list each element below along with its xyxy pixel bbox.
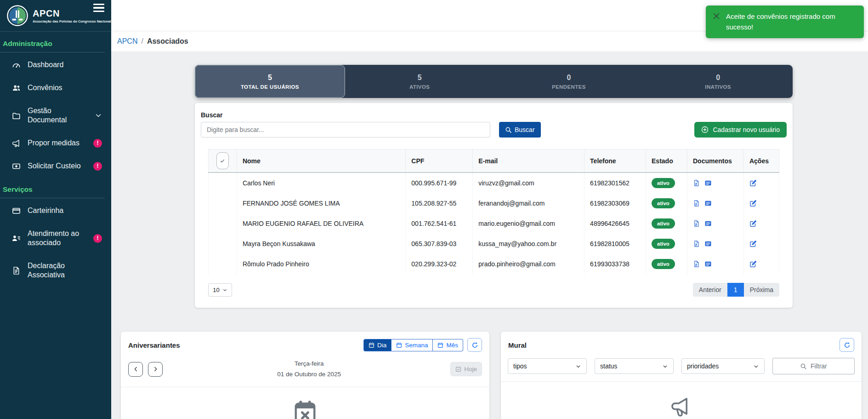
table-header-row: Nome CPF E-mail Telefone Estado Document… <box>209 149 779 173</box>
folder-icon <box>12 111 21 120</box>
column-header-documentos[interactable]: Documentos <box>687 149 743 173</box>
edit-icon[interactable] <box>749 240 757 247</box>
speedometer-icon <box>12 61 21 69</box>
birthdays-panel: Aniversariantes Dia Semana <box>121 332 489 419</box>
document-card-icon[interactable] <box>704 179 712 187</box>
people-icon <box>12 84 21 92</box>
column-header-cpf[interactable]: CPF <box>406 149 473 173</box>
sidebar-item-label: Dashboard <box>28 60 63 69</box>
status-badge: ativo <box>652 198 675 208</box>
hamburger-menu-icon[interactable] <box>93 4 104 12</box>
pager: Anterior 1 Próxima <box>693 283 779 297</box>
cell-cpf: 000.995.671-99 <box>406 172 473 193</box>
add-user-button[interactable]: Cadastrar novo usuário <box>694 122 787 138</box>
search-icon <box>505 126 512 133</box>
page-size-select[interactable]: 10 <box>208 283 232 297</box>
select-all-checkbox[interactable] <box>216 152 229 169</box>
previous-day-button[interactable] <box>128 362 143 377</box>
section-label-administracao: Administração <box>0 32 111 52</box>
sidebar-item-propor-medidas[interactable]: Propor medidas ! <box>0 132 111 155</box>
column-header-estado[interactable]: Estado <box>646 149 687 173</box>
sidebar-item-carteirinha[interactable]: Carteirinha <box>0 199 111 222</box>
document-file-icon[interactable] <box>693 179 700 187</box>
cell-email: feranandoj@gmail.com <box>473 193 584 213</box>
search-button-label: Buscar <box>515 126 535 133</box>
users-card: Buscar Buscar Cadastrar novo usuário <box>195 103 793 308</box>
calendar-check-icon <box>455 366 461 372</box>
close-icon[interactable] <box>713 12 720 20</box>
document-file-icon[interactable] <box>693 240 700 247</box>
pagination-current-page[interactable]: 1 <box>727 283 744 297</box>
breadcrumb-root-link[interactable]: APCN <box>117 37 137 46</box>
content-area: 5 TOTAL DE USUÁRIOS 5 ATIVOS 0 PENDENTES… <box>111 52 868 419</box>
cell-email: mario.eugenio@gmail.com <box>473 213 584 234</box>
current-date-display: Terça-feira 01 de Outubro de 2025 <box>168 359 450 380</box>
person-lines-icon <box>12 234 21 243</box>
document-card-icon[interactable] <box>704 200 712 207</box>
document-file-icon[interactable] <box>693 200 700 207</box>
cell-telefone: 61982301562 <box>584 172 646 193</box>
edit-icon[interactable] <box>749 220 757 227</box>
section-label-servicos: Serviços <box>0 178 111 198</box>
mural-empty-state: Nenhum item encontrado no mural Verifiqu… <box>501 382 862 419</box>
stat-ativos[interactable]: 5 ATIVOS <box>345 65 494 98</box>
users-table: Nome CPF E-mail Telefone Estado Document… <box>208 149 779 274</box>
chevron-down-icon <box>753 363 759 369</box>
edit-icon[interactable] <box>749 179 757 187</box>
document-card-icon[interactable] <box>704 240 712 247</box>
sidebar-item-dashboard[interactable]: Dashboard <box>0 53 111 76</box>
document-file-icon[interactable] <box>693 260 700 268</box>
add-user-button-label: Cadastrar novo usuário <box>713 126 780 133</box>
view-week-button[interactable]: Semana <box>391 339 433 351</box>
search-button[interactable]: Buscar <box>499 122 541 138</box>
view-month-button[interactable]: Mês <box>433 339 463 351</box>
column-header-acoes[interactable]: Ações <box>743 149 779 173</box>
card-icon <box>12 207 21 215</box>
types-select[interactable]: tipos <box>508 358 587 374</box>
table-row: Mayra Beçon Kussakawa 065.307.839-03 kus… <box>209 234 779 254</box>
document-card-icon[interactable] <box>704 220 712 227</box>
view-day-button[interactable]: Dia <box>363 339 391 351</box>
sidebar-item-label: Atendimento ao associado <box>28 229 86 247</box>
cell-nome: MARIO EUGENIO RAFAEL DE OLIVEIRA <box>237 213 405 234</box>
search-input[interactable] <box>201 122 490 138</box>
sidebar-item-atendimento-associado[interactable]: Atendimento ao associado ! <box>0 222 111 254</box>
stat-total-usuarios[interactable]: 5 TOTAL DE USUÁRIOS <box>195 65 345 98</box>
stat-pendentes[interactable]: 0 PENDENTES <box>494 65 644 98</box>
section-underline <box>0 198 105 198</box>
plus-circle-icon <box>701 126 709 133</box>
weekday-label: Terça-feira <box>168 359 450 369</box>
stat-inativos[interactable]: 0 INATIVOS <box>643 65 793 98</box>
breadcrumb-separator: / <box>141 37 143 46</box>
refresh-icon <box>471 342 478 349</box>
edit-icon[interactable] <box>749 260 757 268</box>
cell-email: prado.pinheiro@gmail.com <box>473 254 584 274</box>
sidebar-item-convenios[interactable]: Convênios <box>0 76 111 99</box>
document-card-icon[interactable] <box>704 260 712 268</box>
types-select-value: tipos <box>513 362 527 370</box>
pagination-next-button[interactable]: Próxima <box>744 283 779 297</box>
priorities-select[interactable]: prioridades <box>681 358 765 374</box>
column-header-email[interactable]: E-mail <box>473 149 584 173</box>
table-row: MARIO EUGENIO RAFAEL DE OLIVEIRA 001.762… <box>209 213 779 234</box>
today-button[interactable]: Hoje <box>450 362 482 376</box>
date-label: 01 de Outubro de 2025 <box>168 369 450 380</box>
status-select[interactable]: status <box>595 358 674 374</box>
column-header-nome[interactable]: Nome <box>237 149 405 173</box>
calendar-icon <box>396 342 402 348</box>
next-day-button[interactable] <box>148 362 163 377</box>
filter-button[interactable]: Filtrar <box>772 358 855 374</box>
document-file-icon[interactable] <box>693 220 700 227</box>
edit-icon[interactable] <box>749 200 757 207</box>
pagination-previous-button[interactable]: Anterior <box>693 283 727 297</box>
birthdays-refresh-button[interactable] <box>467 338 482 352</box>
user-stats-bar: 5 TOTAL DE USUÁRIOS 5 ATIVOS 0 PENDENTES… <box>195 65 793 98</box>
column-header-telefone[interactable]: Telefone <box>584 149 646 173</box>
view-month-label: Mês <box>446 342 458 349</box>
mural-title: Mural <box>508 341 527 349</box>
sidebar-item-gestao-documental[interactable]: Gestão Documental <box>0 99 111 132</box>
sidebar-item-declaracao-associativa[interactable]: Declaração Associativa <box>0 254 111 287</box>
mural-refresh-button[interactable] <box>840 338 854 352</box>
table-row: Carlos Neri 000.995.671-99 viruzvz@gmail… <box>209 172 779 193</box>
sidebar-item-solicitar-custeio[interactable]: Solicitar Custeio ! <box>0 155 111 178</box>
